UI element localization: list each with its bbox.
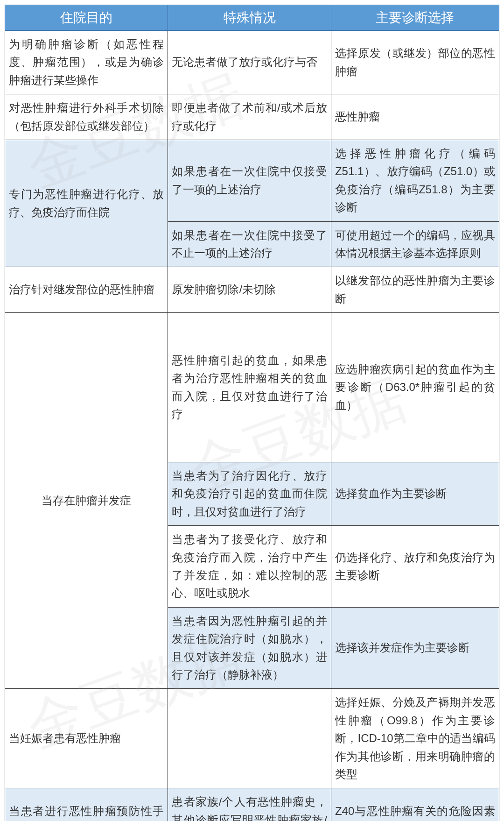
cell-condition: 当患者因为恶性肿瘤引起的并发症住院治疗时（如脱水），且仅对该并发症（如脱水）进行… (168, 607, 331, 689)
cell-purpose: 当患者进行恶性肿瘤预防性手术 (5, 788, 168, 821)
cell-condition (168, 689, 331, 788)
table-row: 专门为恶性肿瘤进行化疗、放疗、免疫治疗而住院 如果患者在一次住院中仅接受了一项的… (5, 140, 499, 221)
cell-diagnosis: 可使用超过一个的编码，应视具体情况根据主诊基本选择原则 (331, 221, 499, 267)
cell-purpose: 当存在肿瘤并发症 (5, 313, 168, 689)
table-row: 当存在肿瘤并发症 恶性肿瘤引起的贫血，如果患者为治疗恶性肿瘤相关的贫血而入院，且… (5, 313, 499, 462)
cell-diagnosis: 选择贫血作为主要诊断 (331, 462, 499, 526)
cell-diagnosis: 以继发部位的恶性肿瘤为主要诊断 (331, 267, 499, 313)
cell-diagnosis: 选择妊娠、分娩及产褥期并发恶性肿瘤（O99.8）作为主要诊断，ICD-10第二章… (331, 689, 499, 788)
cell-condition: 如果患者在一次住院中接受了不止一项的上述治疗 (168, 221, 331, 267)
cell-purpose: 当妊娠者患有恶性肿瘤 (5, 689, 168, 788)
header-diagnosis: 主要诊断选择 (331, 5, 499, 31)
cell-purpose: 为明确肿瘤诊断（如恶性程度、肿瘤范围），或是为确诊肿瘤进行某些操作 (5, 31, 168, 94)
cell-diagnosis: 选择该并发症作为主要诊断 (331, 607, 499, 689)
cell-purpose: 专门为恶性肿瘤进行化疗、放疗、免疫治疗而住院 (5, 140, 168, 267)
cell-condition: 即便患者做了术前和/或术后放疗或化疗 (168, 94, 331, 140)
diagnosis-table: 住院目的 特殊情况 主要诊断选择 为明确肿瘤诊断（如恶性程度、肿瘤范围），或是为… (5, 5, 499, 821)
table-header-row: 住院目的 特殊情况 主要诊断选择 (5, 5, 499, 31)
cell-condition: 如果患者在一次住院中仅接受了一项的上述治疗 (168, 140, 331, 221)
table-row: 对恶性肿瘤进行外科手术切除（包括原发部位或继发部位） 即便患者做了术前和/或术后… (5, 94, 499, 140)
cell-diagnosis: 仍选择化疗、放疗和免疫治疗为主要诊断 (331, 526, 499, 608)
cell-diagnosis: 应选肿瘤疾病引起的贫血作为主要诊断（D63.0*肿瘤引起的贫血） (331, 313, 499, 462)
table-row: 当妊娠者患有恶性肿瘤 选择妊娠、分娩及产褥期并发恶性肿瘤（O99.8）作为主要诊… (5, 689, 499, 788)
header-purpose: 住院目的 (5, 5, 168, 31)
cell-purpose: 对恶性肿瘤进行外科手术切除（包括原发部位或继发部位） (5, 94, 168, 140)
cell-condition: 原发肿瘤切除/未切除 (168, 267, 331, 313)
cell-condition: 当患者为了接受化疗、放疗和免疫治疗而入院，治疗中产生了并发症，如：难以控制的恶心… (168, 526, 331, 608)
cell-diagnosis: 选择恶性肿瘤化疗（编码Z51.1）、放疗编码（Z51.0）或免疫治疗（编码Z51… (331, 140, 499, 221)
header-condition: 特殊情况 (168, 5, 331, 31)
table-row: 为明确肿瘤诊断（如恶性程度、肿瘤范围），或是为确诊肿瘤进行某些操作 无论患者做了… (5, 31, 499, 94)
cell-purpose: 治疗针对继发部位的恶性肿瘤 (5, 267, 168, 313)
cell-condition: 无论患者做了放疗或化疗与否 (168, 31, 331, 94)
table-row: 当患者进行恶性肿瘤预防性手术 患者家族/个人有恶性肿瘤史，其他诊断应写明恶性肿瘤… (5, 788, 499, 821)
cell-diagnosis: 选择原发（或继发）部位的恶性肿瘤 (331, 31, 499, 94)
cell-diagnosis: 恶性肿瘤 (331, 94, 499, 140)
cell-condition: 患者家族/个人有恶性肿瘤史，其他诊断应写明恶性肿瘤家族/个人史 (168, 788, 331, 821)
cell-condition: 当患者为了治疗因化疗、放疗和免疫治疗引起的贫血而住院时，且仅对贫血进行了治疗 (168, 462, 331, 526)
cell-diagnosis: Z40与恶性肿瘤有关的危险因素的预防手术 (331, 788, 499, 821)
table-row: 治疗针对继发部位的恶性肿瘤 原发肿瘤切除/未切除 以继发部位的恶性肿瘤为主要诊断 (5, 267, 499, 313)
cell-condition: 恶性肿瘤引起的贫血，如果患者为治疗恶性肿瘤相关的贫血而入院，且仅对贫血进行了治疗 (168, 313, 331, 462)
